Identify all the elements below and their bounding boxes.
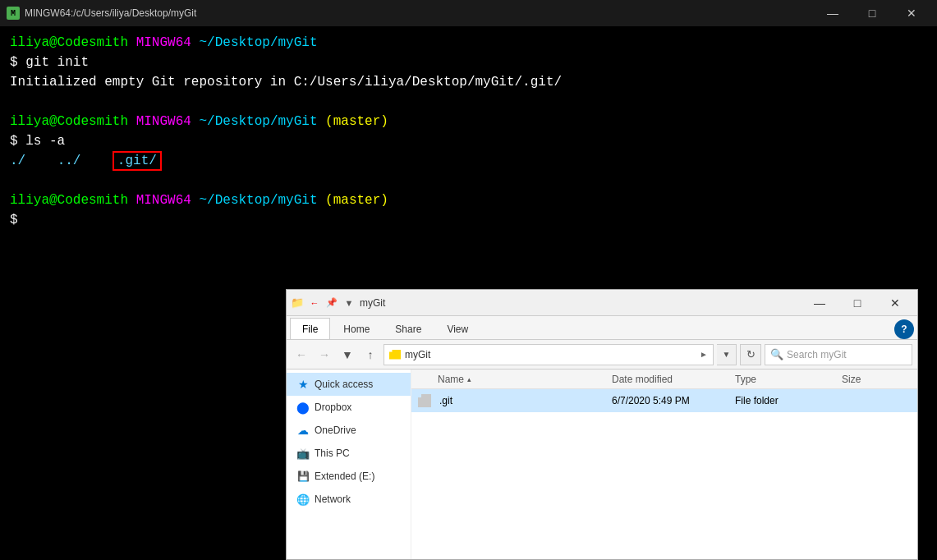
terminal-ls-gitdir: .git/	[113, 151, 162, 171]
nav-back-button[interactable]: ←	[292, 345, 311, 365]
dropbox-icon: ⬤	[296, 401, 310, 414]
col-header-date[interactable]: Date modified	[612, 374, 735, 385]
nav-recent-button[interactable]: ▼	[338, 345, 357, 365]
explorer-sidebar: ★ Quick access ⬤ Dropbox ☁ OneDrive 📺 Th…	[287, 370, 411, 559]
sidebar-item-onedrive[interactable]: ☁ OneDrive	[287, 419, 411, 442]
terminal-ls-sep2	[89, 154, 104, 168]
terminal-user: iliya@Codesmith	[10, 35, 128, 50]
explorer-window-controls: — □ ✕	[801, 290, 914, 316]
terminal-shell: MINGW64	[136, 35, 191, 50]
exp-folder-icon: 📁	[290, 297, 305, 309]
address-folder-icon	[389, 350, 401, 360]
terminal-close-button[interactable]: ✕	[893, 0, 930, 26]
explorer-title-text: myGit	[360, 297, 385, 309]
tab-view[interactable]: View	[434, 318, 480, 339]
terminal-line-9: iliya@Codesmith MINGW64 ~/Desktop/myGit …	[10, 190, 927, 210]
address-chevron-icon: ►	[700, 350, 708, 359]
sidebar-label-dropbox: Dropbox	[315, 402, 351, 413]
ribbon-tabs-container: File Home Share View ?	[287, 316, 917, 339]
help-button[interactable]: ?	[894, 319, 914, 339]
terminal-shell-3: MINGW64	[136, 193, 191, 208]
search-box[interactable]: 🔍 Search myGit	[765, 344, 912, 365]
exp-undo-icon[interactable]: ←	[307, 297, 322, 309]
col-header-type[interactable]: Type	[735, 374, 842, 385]
sidebar-label-network: Network	[315, 493, 351, 505]
search-placeholder: Search myGit	[787, 349, 847, 360]
explorer-window: 📁 ← 📌 ▼ myGit — □ ✕ File Home Share View…	[286, 289, 918, 560]
sidebar-label-this-pc: This PC	[315, 448, 350, 459]
terminal-line-2: $ git init	[10, 53, 927, 72]
network-icon: 🌐	[296, 493, 310, 506]
sidebar-label-extended: Extended (E:)	[315, 470, 374, 482]
terminal-path-3: ~/Desktop/myGit	[199, 193, 317, 208]
filelist-header: Name ▴ Date modified Type Size	[411, 370, 917, 389]
tab-share[interactable]: Share	[383, 318, 434, 339]
quick-access-icon: ★	[296, 378, 310, 391]
explorer-ribbon: File Home Share View ?	[287, 316, 917, 340]
terminal-prompt-empty: $	[10, 213, 18, 227]
explorer-content: ★ Quick access ⬤ Dropbox ☁ OneDrive 📺 Th…	[287, 370, 917, 559]
sidebar-item-this-pc[interactable]: 📺 This PC	[287, 442, 411, 465]
explorer-maximize-button[interactable]: □	[838, 290, 876, 316]
exp-pin-icon[interactable]: 📌	[324, 297, 339, 309]
tab-file[interactable]: File	[290, 318, 330, 339]
explorer-minimize-button[interactable]: —	[801, 290, 838, 316]
terminal-window-controls: — □ ✕	[814, 0, 930, 26]
search-icon: 🔍	[770, 348, 783, 360]
terminal-output-1: Initialized empty Git repository in C:/U…	[10, 75, 562, 90]
terminal-line-1: iliya@Codesmith MINGW64 ~/Desktop/myGit	[10, 33, 927, 53]
sidebar-item-extended[interactable]: 💾 Extended (E:)	[287, 465, 411, 488]
git-folder-date: 6/7/2020 5:49 PM	[612, 395, 735, 406]
terminal-line-6: $ ls -a	[10, 131, 927, 151]
explorer-addressbar: ← → ▼ ↑ myGit ► ▼ ↻ 🔍 Search myGit	[287, 340, 917, 370]
terminal-path: ~/Desktop/myGit	[199, 35, 317, 50]
git-folder-icon	[418, 394, 431, 407]
sidebar-item-quick-access[interactable]: ★ Quick access	[287, 373, 411, 396]
terminal-user-2: iliya@Codesmith	[10, 114, 128, 129]
terminal-branch-2: (master)	[325, 114, 388, 129]
exp-dropdown-icon[interactable]: ▼	[342, 297, 356, 309]
explorer-filelist: Name ▴ Date modified Type Size .git	[411, 370, 917, 559]
explorer-close-button[interactable]: ✕	[876, 290, 914, 316]
this-pc-icon: 📺	[296, 447, 310, 460]
terminal-minimize-button[interactable]: —	[814, 0, 852, 26]
git-folder-type: File folder	[735, 395, 842, 406]
col-header-size[interactable]: Size	[842, 374, 907, 385]
terminal-ls-dir1: ./	[10, 154, 25, 168]
address-dropdown-button[interactable]: ▼	[717, 344, 737, 365]
terminal-line-7: ./ ../ .git/	[10, 151, 927, 171]
terminal-title-area: M MINGW64:/c/Users/iliya/Desktop/myGit	[7, 7, 196, 20]
terminal-command-2: $ ls -a	[10, 134, 65, 149]
tab-home[interactable]: Home	[331, 318, 382, 339]
terminal-title-text: MINGW64:/c/Users/iliya/Desktop/myGit	[25, 7, 196, 19]
terminal-maximize-button[interactable]: □	[853, 0, 891, 26]
sidebar-label-onedrive: OneDrive	[315, 425, 356, 436]
terminal-app-icon: M	[7, 7, 20, 20]
sidebar-item-network[interactable]: 🌐 Network	[287, 488, 411, 511]
terminal-line-10: $	[10, 210, 927, 230]
col-header-name[interactable]: Name ▴	[415, 374, 612, 385]
terminal-command-1: $ git init	[10, 55, 89, 70]
sort-arrow-icon: ▴	[467, 375, 471, 383]
explorer-title-left: 📁 ← 📌 ▼ myGit	[290, 297, 385, 309]
nav-forward-button[interactable]: →	[315, 345, 334, 365]
terminal-line-5: iliya@Codesmith MINGW64 ~/Desktop/myGit …	[10, 112, 927, 131]
address-text: myGit	[405, 349, 430, 360]
explorer-quick-icons: 📁 ← 📌 ▼	[290, 297, 356, 309]
onedrive-icon: ☁	[296, 424, 310, 437]
terminal-body: iliya@Codesmith MINGW64 ~/Desktop/myGit …	[0, 26, 937, 236]
file-row-git[interactable]: .git 6/7/2020 5:49 PM File folder	[411, 389, 917, 412]
terminal-shell-2: MINGW64	[136, 114, 191, 129]
terminal-path-2: ~/Desktop/myGit	[199, 114, 317, 129]
terminal-line-3: Initialized empty Git repository in C:/U…	[10, 72, 927, 92]
explorer-titlebar: 📁 ← 📌 ▼ myGit — □ ✕	[287, 290, 917, 316]
terminal-branch-3: (master)	[325, 193, 388, 208]
refresh-button[interactable]: ↻	[740, 344, 761, 365]
sidebar-item-dropbox[interactable]: ⬤ Dropbox	[287, 396, 411, 419]
terminal-titlebar: M MINGW64:/c/Users/iliya/Desktop/myGit —…	[0, 0, 937, 26]
address-box[interactable]: myGit ►	[384, 344, 714, 365]
terminal-ls-dir2: ../	[57, 154, 81, 168]
terminal-ls-sep1	[34, 154, 49, 168]
sidebar-label-quick-access: Quick access	[315, 379, 373, 390]
nav-up-button[interactable]: ↑	[361, 345, 380, 365]
